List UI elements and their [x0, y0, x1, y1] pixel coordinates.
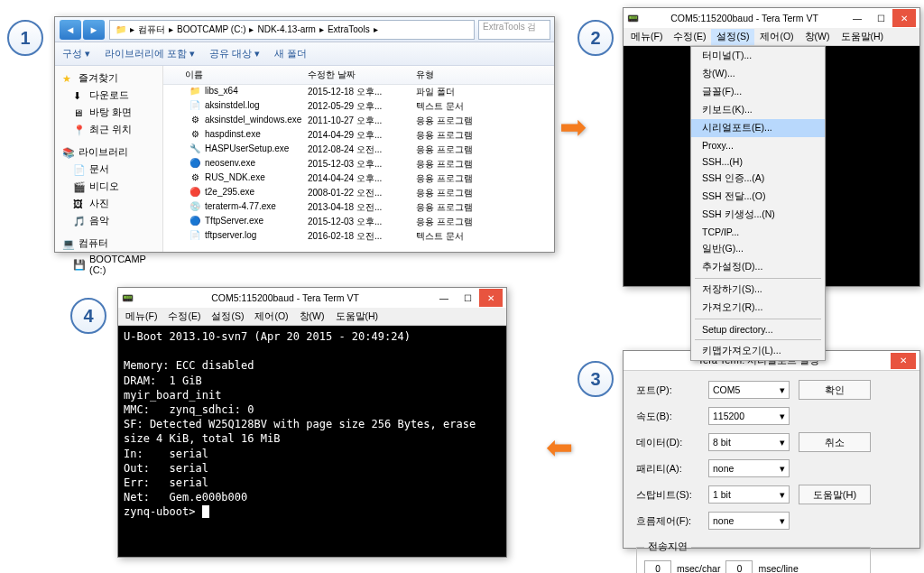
dropdown-item[interactable]: TCP/IP... — [691, 224, 825, 240]
delay-char-input[interactable] — [644, 560, 671, 573]
tree-pictures[interactable]: 🖼사진 — [59, 195, 159, 212]
stopbit-select[interactable]: 1 bit▾ — [708, 485, 790, 504]
step-badge-1: 1 — [7, 20, 43, 56]
parity-select[interactable]: none▾ — [708, 459, 790, 477]
picture-icon: 🖼 — [73, 199, 86, 209]
file-row[interactable]: 📁libs_x642015-12-18 오후...파일 폴더 — [163, 85, 554, 99]
menu-edit[interactable]: 수정(E) — [668, 29, 711, 45]
menu-setup[interactable]: 설정(S) — [711, 29, 754, 45]
folder-tree: ★즐겨찾기 ⬇다운로드 🖥바탕 화면 📍최근 위치 📚라이브러리 📄문서 🎬비디… — [55, 66, 163, 252]
dropdown-item[interactable]: 터미널(T)... — [691, 47, 825, 65]
dropdown-item[interactable]: 추가설정(D)... — [691, 258, 825, 276]
menu-edit[interactable]: 수정(E) — [162, 309, 206, 325]
computer-icon: 💻 — [62, 238, 75, 249]
port-select[interactable]: COM5▾ — [708, 381, 790, 399]
crumb-item[interactable]: ExtraTools — [328, 24, 370, 34]
header-type[interactable]: 유형 — [416, 69, 506, 81]
forward-button[interactable]: ► — [83, 20, 105, 40]
maximize-button[interactable]: ☐ — [456, 289, 479, 307]
stopbit-label: 스탑비트(S): — [636, 488, 699, 502]
tree-desktop[interactable]: 🖥바탕 화면 — [59, 104, 159, 121]
console-output[interactable]: U-Boot 2013.10-svn7 (Apr 20 2015 - 20:49… — [118, 326, 506, 557]
file-row[interactable]: 🔵neosenv.exe2015-12-03 오후...응용 프로그램 — [163, 157, 554, 171]
delay-line-input[interactable] — [725, 560, 753, 573]
ok-button[interactable]: 확인 — [799, 380, 871, 400]
menu-help[interactable]: 도움말(H) — [836, 29, 890, 45]
crumb-item[interactable]: 컴퓨터 — [138, 23, 165, 36]
close-button[interactable]: ✕ — [479, 289, 503, 307]
dropdown-item[interactable]: SSH 인증...(A) — [691, 170, 825, 188]
toolbar-newfolder[interactable]: 새 폴더 — [274, 47, 307, 60]
header-date[interactable]: 수정한 날짜 — [308, 69, 416, 81]
crumb-item[interactable]: NDK-4.13-arm — [257, 24, 315, 34]
tree-documents[interactable]: 📄문서 — [59, 161, 159, 178]
dropdown-item[interactable]: 키맵가져오기(L)... — [691, 342, 825, 360]
breadcrumb[interactable]: 📁 ▸ 컴퓨터▸ BOOTCAMP (C:)▸ NDK-4.13-arm▸ Ex… — [109, 20, 475, 40]
header-name[interactable]: 이름 — [163, 69, 308, 81]
recent-icon: 📍 — [73, 125, 86, 135]
file-row[interactable]: ⚙haspdinst.exe2014-04-29 오후...응용 프로그램 — [163, 128, 554, 143]
dropdown-item[interactable]: SSH 전달...(O) — [691, 188, 825, 206]
menu-window[interactable]: 창(W) — [799, 29, 836, 45]
app-icon: 📟 — [122, 292, 134, 304]
dropdown-item[interactable]: 글꼴(F)... — [691, 83, 825, 101]
maximize-button[interactable]: ☐ — [869, 9, 892, 27]
menu-separator — [695, 339, 821, 340]
file-row[interactable]: 🔴t2e_295.exe2008-01-22 오전...응용 프로그램 — [163, 186, 554, 200]
file-icon: 💿 — [189, 201, 201, 211]
file-row[interactable]: 📄aksinstdel.log2012-05-29 오후...텍스트 문서 — [163, 99, 554, 114]
menu-setup[interactable]: 설정(S) — [206, 309, 249, 325]
dialog-close-button[interactable]: ✕ — [891, 353, 916, 369]
rate-select[interactable]: 115200▾ — [708, 407, 790, 425]
menu-window[interactable]: 창(W) — [294, 309, 330, 325]
dropdown-item[interactable]: 저장하기(S)... — [691, 281, 825, 299]
toolbar-organize[interactable]: 구성 ▾ — [62, 47, 90, 60]
menu-file[interactable]: 메뉴(F) — [120, 309, 162, 325]
dropdown-item[interactable]: 가져오기(R)... — [691, 299, 825, 317]
toolbar-include[interactable]: 라이브러리에 포함 ▾ — [105, 47, 195, 60]
tree-downloads[interactable]: ⬇다운로드 — [59, 87, 159, 104]
tree-libraries[interactable]: 📚라이브러리 — [59, 143, 159, 161]
dropdown-item[interactable]: 시리얼포트(E)... — [691, 119, 825, 137]
tree-computer[interactable]: 💻컴퓨터 — [59, 235, 159, 252]
menu-file[interactable]: 메뉴(F) — [625, 29, 668, 45]
cancel-button[interactable]: 취소 — [799, 432, 871, 452]
tree-favorites[interactable]: ★즐겨찾기 — [59, 69, 159, 87]
crumb-item[interactable]: BOOTCAMP (C:) — [177, 24, 245, 34]
dropdown-item[interactable]: SSH 키생성...(N) — [691, 206, 825, 224]
window-title: COM5:115200baud - Tera Term VT — [643, 13, 845, 23]
flow-select[interactable]: none▾ — [708, 512, 790, 530]
arrow-left-icon — [546, 429, 573, 467]
dropdown-item[interactable]: Setup directory... — [691, 321, 825, 337]
tree-bootcamp[interactable]: 💾BOOTCAMP (C:) — [59, 252, 159, 277]
tree-videos[interactable]: 🎬비디오 — [59, 178, 159, 195]
menu-control[interactable]: 제어(O) — [249, 309, 293, 325]
back-button[interactable]: ◄ — [60, 20, 81, 40]
menu-help[interactable]: 도움말(H) — [330, 309, 384, 325]
library-icon: 📚 — [62, 147, 75, 158]
dropdown-item[interactable]: SSH...(H) — [691, 153, 825, 170]
close-button[interactable]: ✕ — [892, 9, 916, 27]
dropdown-item[interactable]: 키보드(K)... — [691, 101, 825, 119]
help-button[interactable]: 도움말(H) — [799, 485, 871, 504]
file-row[interactable]: 📄tftpserver.log2016-02-18 오전...텍스트 문서 — [163, 229, 554, 244]
minimize-button[interactable]: — — [432, 289, 456, 307]
menu-control[interactable]: 제어(O) — [754, 29, 799, 45]
dropdown-item[interactable]: Proxy... — [691, 137, 825, 153]
data-select[interactable]: 8 bit▾ — [708, 433, 790, 451]
tree-recent[interactable]: 📍최근 위치 — [59, 121, 159, 138]
file-icon: 📄 — [189, 230, 201, 240]
toolbar-share[interactable]: 공유 대상 ▾ — [209, 47, 260, 60]
tree-music[interactable]: 🎵음악 — [59, 212, 159, 229]
document-icon: 📄 — [73, 164, 86, 175]
file-row[interactable]: 🔵TftpServer.exe2015-12-03 오후...응용 프로그램 — [163, 215, 554, 229]
file-row[interactable]: 💿teraterm-4.77.exe2013-04-18 오전...응용 프로그… — [163, 200, 554, 215]
dropdown-item[interactable]: 일반(G)... — [691, 240, 825, 258]
file-row[interactable]: ⚙aksinstdel_windows.exe2011-10-27 오후...응… — [163, 114, 554, 128]
file-row[interactable]: 🔧HASPUserSetup.exe2012-08-24 오전...응용 프로그… — [163, 143, 554, 157]
minimize-button[interactable]: — — [845, 9, 869, 27]
search-input[interactable]: ExtraTools 검 — [478, 20, 550, 40]
file-row[interactable]: ⚙RUS_NDK.exe2014-04-24 오후...응용 프로그램 — [163, 171, 554, 186]
download-icon: ⬇ — [73, 90, 86, 101]
dropdown-item[interactable]: 창(W)... — [691, 65, 825, 83]
